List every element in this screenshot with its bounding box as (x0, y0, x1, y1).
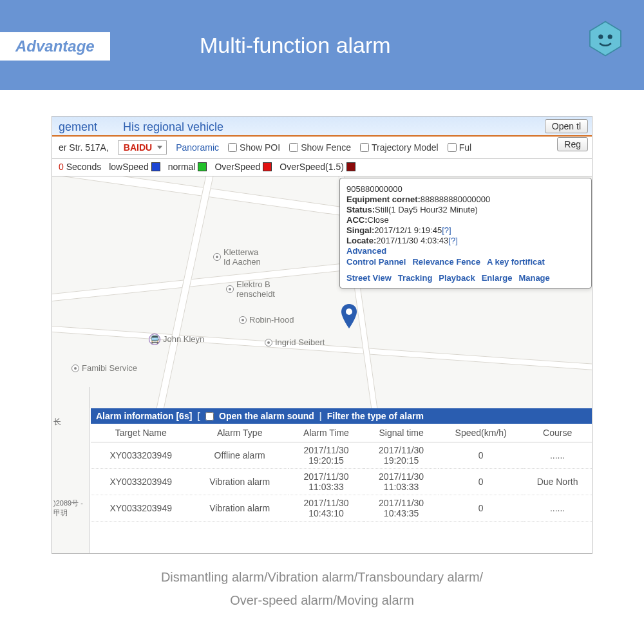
legend-overspeed-label: OverSpeed (214, 162, 260, 172)
filter-alarm-type-link[interactable]: Filter the type of alarm (327, 411, 424, 421)
poi-ingrid: Ingrid Seibert (265, 337, 325, 347)
col-course[interactable]: Course (523, 424, 592, 442)
caption-line1: Dismantling alarm/Vibration alarm/Transb… (0, 565, 644, 589)
seconds-label: Seconds (64, 162, 101, 172)
header-title: Multi-function alarm (200, 33, 391, 58)
col-type[interactable]: Alarm Type (191, 424, 289, 442)
map-pin-icon[interactable] (341, 304, 357, 330)
filter-bar: er Str. 517A, BAIDU Panoramic Show POI S… (52, 137, 592, 159)
swatch-darkred-icon (346, 162, 355, 171)
tooltip-equipment: Equipment cornet:888888880000000 (346, 194, 585, 204)
seconds-value: 0 (59, 162, 64, 172)
poi-johnkleyn: 🚍John Kleyn (149, 334, 204, 344)
cell-target: XY0033203949 (91, 495, 191, 522)
poi-dot-icon (226, 285, 234, 293)
alarm-table: Target Name Alarm Type Alarm Time Signal… (91, 424, 592, 522)
bus-stop-icon: 🚍 (149, 334, 160, 345)
show-fence-label: Show Fence (301, 142, 351, 153)
tracking-link[interactable]: Tracking (398, 273, 432, 283)
caption-line2: Over-speed alarm/Moving alarm (0, 589, 644, 612)
full-checkbox[interactable]: Ful (448, 142, 471, 153)
cell-course: Due North (523, 469, 592, 495)
table-row[interactable]: XY0033203949Vibration alarm2017/11/3010:… (91, 495, 592, 522)
poi-label: Id Aachen (223, 257, 261, 267)
col-signal[interactable]: Signal time (364, 424, 439, 442)
help-icon[interactable]: [?] (448, 236, 457, 245)
cell-time: 2017/11/3019:20:15 (289, 442, 364, 469)
map-provider-dropdown[interactable]: BAIDU (118, 140, 167, 155)
show-poi-checkbox[interactable]: Show POI (228, 142, 280, 153)
tab-regional-vehicle[interactable]: His regional vehicle (123, 120, 223, 134)
show-fence-checkbox[interactable]: Show Fence (289, 142, 351, 153)
col-speed[interactable]: Speed(km/h) (439, 424, 523, 442)
cell-time: 2017/11/3010:43:10 (289, 495, 364, 522)
manage-link[interactable]: Manage (518, 273, 549, 283)
bracket: [ (197, 411, 200, 421)
device-tooltip: 905880000000 Equipment cornet:8888888800… (339, 178, 592, 289)
poi-kletterwa: KletterwaId Aachen (213, 247, 261, 267)
separator: | (319, 411, 322, 421)
poi-famibi: Famibi Service (71, 363, 137, 373)
tooltip-signal-label: Singal: (346, 225, 374, 235)
advanced-link[interactable]: Advanced (346, 246, 386, 256)
tooltip-id: 905880000000 (346, 184, 585, 194)
tooltip-equip-label: Equipment cornet: (346, 194, 421, 204)
poi-label: Ingrid Seibert (275, 337, 325, 347)
playback-link[interactable]: Playback (439, 273, 475, 283)
cell-signal: 2017/11/3019:20:15 (364, 442, 439, 469)
road-shape (155, 176, 216, 408)
cell-target: XY0033203949 (91, 469, 191, 495)
legend-lowspeed-label: lowSpeed (109, 162, 149, 172)
swatch-green-icon (198, 162, 207, 171)
cell-course: ...... (523, 495, 592, 522)
map-side-buttons: Open tl Reg (545, 119, 588, 151)
help-icon[interactable]: [?] (442, 225, 451, 235)
col-time[interactable]: Alarm Time (289, 424, 364, 442)
swatch-blue-icon (151, 162, 160, 171)
legend-normal-label: normal (168, 162, 196, 172)
poi-label: Elektro B (236, 279, 275, 289)
cell-course: ...... (523, 442, 592, 469)
legend-overspeed15-label: OverSpeed(1.5) (279, 162, 344, 172)
poi-dot-icon (265, 339, 272, 346)
full-box[interactable] (448, 143, 457, 152)
show-fence-box[interactable] (289, 143, 298, 152)
show-poi-box[interactable] (228, 143, 237, 152)
enlarge-link[interactable]: Enlarge (482, 273, 513, 283)
strip-text: 长 (53, 417, 88, 428)
trajectory-box[interactable] (360, 143, 369, 152)
tooltip-signal-value: 2017/12/1 9:19:45 (374, 225, 442, 235)
map-left-strip: 长 )2089号 - 甲玥 (52, 387, 90, 553)
key-fortification-link[interactable]: A key fortificat (487, 257, 545, 267)
cell-time: 2017/11/3011:03:33 (289, 469, 364, 495)
tab-bar: gement His regional vehicle (52, 117, 592, 137)
table-header-row: Target Name Alarm Type Alarm Time Signal… (91, 424, 592, 442)
col-target[interactable]: Target Name (91, 424, 191, 442)
seconds-indicator: 0 Seconds (59, 162, 101, 172)
poi-robinhood: Robin-Hood (239, 315, 294, 325)
panoramic-link[interactable]: Panoramic (176, 142, 219, 153)
caption: Dismantling alarm/Vibration alarm/Transb… (0, 565, 644, 612)
tooltip-acc: ACC:Close (346, 215, 585, 225)
strip-text: )2089号 - 甲玥 (53, 498, 88, 518)
tooltip-links: Control Pannel Relevance Fence A key for… (346, 257, 585, 283)
street-view-link[interactable]: Street View (346, 273, 392, 283)
open-button[interactable]: Open tl (545, 119, 588, 133)
tab-management[interactable]: gement (59, 120, 97, 134)
trajectory-checkbox[interactable]: Trajectory Model (360, 142, 439, 153)
tooltip-status: Status:Still(1 Day5 Hour32 Minute) (346, 205, 585, 214)
poi-label: Famibi Service (82, 363, 137, 373)
cell-target: XY0033203949 (91, 442, 191, 469)
tooltip-locate-value: 2017/11/30 4:03:43 (376, 236, 448, 245)
map-area[interactable]: KletterwaId Aachen Elektro Brenscheidt R… (52, 176, 592, 408)
full-label: Ful (459, 142, 471, 153)
poi-dot-icon (239, 316, 247, 324)
tooltip-acc-label: ACC: (346, 215, 368, 225)
reg-button[interactable]: Reg (557, 137, 588, 151)
control-panel-link[interactable]: Control Pannel (346, 257, 406, 267)
relevance-fence-link[interactable]: Relevance Fence (412, 257, 480, 267)
open-alarm-sound-checkbox[interactable] (205, 412, 214, 421)
promo-header: Advantage Multi-function alarm (0, 0, 644, 90)
table-row[interactable]: XY0033203949Offline alarm2017/11/3019:20… (91, 442, 592, 469)
table-row[interactable]: XY0033203949Vibration alarm2017/11/3011:… (91, 469, 592, 495)
